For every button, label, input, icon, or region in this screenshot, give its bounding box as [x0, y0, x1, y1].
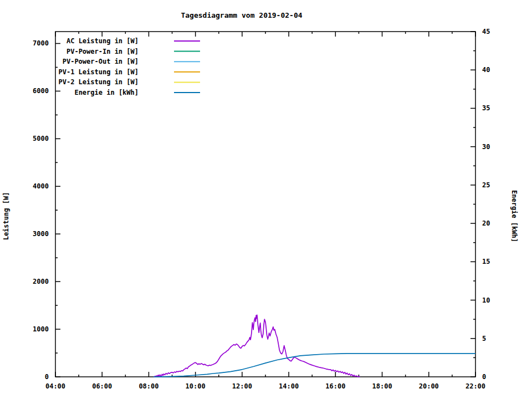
- y-right-tick-label: 10: [482, 296, 490, 304]
- y-right-tick-label: 30: [482, 143, 490, 151]
- y-left-tick-label: 4000: [33, 182, 49, 190]
- legend-label: Energie in [kWh]: [74, 89, 139, 96]
- legend-label: PV-2 Leistung in [W]: [59, 78, 139, 86]
- y-right-tick-label: 45: [482, 28, 490, 35]
- x-tick-label: 22:00: [466, 382, 485, 390]
- y-left-tick-label: 6000: [33, 87, 49, 95]
- y-right-tick-label: 5: [482, 335, 486, 342]
- x-tick-label: 06:00: [92, 382, 112, 390]
- tagesdiagramm-chart: Tagesdiagramm vom 2019-02-04 Leistung [W…: [0, 0, 532, 399]
- chart-legend: AC Leistung in [W]PV-Power-In in [W]PV-P…: [59, 37, 201, 96]
- legend-label: PV-1 Leistung in [W]: [59, 68, 139, 76]
- legend-label: AC Leistung in [W]: [66, 37, 139, 45]
- x-tick-label: 18:00: [372, 382, 392, 390]
- y-left-tick-label: 2000: [33, 278, 49, 285]
- y-right-tick-label: 40: [482, 66, 490, 74]
- y-left-tick-label: 3000: [33, 230, 49, 238]
- y-left-tick-label: 7000: [33, 39, 49, 47]
- y-right-tick-label: 35: [482, 104, 490, 112]
- x-tick-label: 08:00: [139, 382, 158, 390]
- legend-label: PV-Power-In in [W]: [66, 48, 139, 55]
- chart-title: Tagesdiagramm vom 2019-02-04: [181, 11, 302, 19]
- y-left-tick-label: 0: [45, 373, 49, 381]
- right-axis-title: Energie [kWh]: [510, 190, 518, 242]
- data-curves: [154, 315, 475, 377]
- x-tick-label: 12:00: [232, 382, 252, 390]
- left-axis-title: Leistung [W]: [2, 192, 10, 241]
- chart-canvas: Tagesdiagramm vom 2019-02-04 Leistung [W…: [0, 0, 532, 399]
- y-left-tick-label: 1000: [33, 325, 49, 333]
- y-right-tick-label: 20: [482, 219, 490, 227]
- y-right-tick-label: 25: [482, 181, 490, 189]
- series-line: [154, 315, 360, 377]
- x-tick-label: 16:00: [325, 382, 345, 390]
- series-line: [154, 354, 475, 377]
- legend-label: PV-Power-Out in [W]: [63, 58, 139, 65]
- x-tick-label: 14:00: [279, 382, 299, 390]
- x-tick-label: 10:00: [186, 382, 206, 390]
- x-tick-label: 20:00: [419, 382, 439, 390]
- y-right-tick-label: 0: [482, 373, 486, 381]
- x-tick-label: 04:00: [45, 382, 65, 390]
- y-left-tick-label: 5000: [33, 135, 49, 142]
- y-right-tick-label: 15: [482, 258, 490, 265]
